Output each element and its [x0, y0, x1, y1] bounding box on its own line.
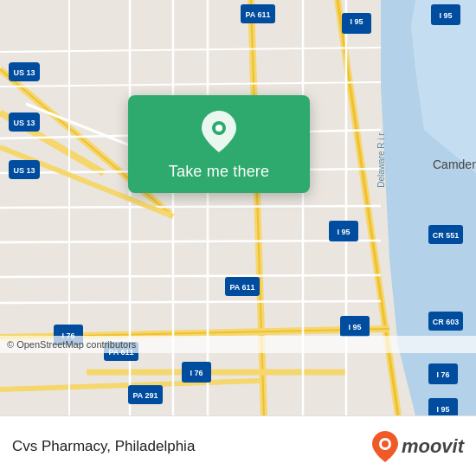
moovit-logo-text: moovit — [402, 435, 464, 458]
moovit-pin-icon — [372, 431, 398, 462]
svg-text:PA 611: PA 611 — [245, 10, 270, 19]
svg-point-67 — [215, 125, 222, 132]
svg-text:I 76: I 76 — [190, 369, 203, 377]
location-popup: Take me there — [128, 95, 310, 193]
osm-credit-text: © OpenStreetMap contributors — [7, 339, 136, 350]
map-container[interactable]: US 13 US 13 US 13 PA 611 PA 611 PA 611 I… — [0, 0, 476, 415]
svg-text:US 13: US 13 — [13, 119, 35, 127]
svg-text:I 95: I 95 — [436, 405, 449, 414]
svg-point-69 — [382, 441, 389, 447]
svg-text:I 95: I 95 — [350, 17, 363, 26]
svg-text:I 95: I 95 — [439, 11, 452, 20]
location-pin-icon — [202, 111, 236, 152]
moovit-logo: moovit — [372, 431, 464, 462]
svg-text:I 76: I 76 — [436, 370, 449, 379]
svg-text:Delaware R i r: Delaware R i r — [376, 132, 386, 188]
place-name: Cvs Pharmacy, Philadelphia — [12, 438, 372, 455]
svg-text:I 95: I 95 — [337, 228, 350, 236]
svg-text:US 13: US 13 — [13, 166, 35, 175]
svg-text:CR 551: CR 551 — [433, 231, 460, 240]
svg-text:PA 291: PA 291 — [132, 391, 158, 400]
osm-credit: © OpenStreetMap contributors — [0, 336, 476, 353]
map-svg: US 13 US 13 US 13 PA 611 PA 611 PA 611 I… — [0, 0, 476, 415]
svg-text:CR 603: CR 603 — [433, 318, 460, 326]
svg-text:Camden: Camden — [433, 158, 476, 171]
svg-text:PA 611: PA 611 — [229, 283, 254, 292]
svg-text:US 13: US 13 — [13, 68, 35, 77]
pin-icon-wrap — [196, 109, 241, 154]
take-me-there-button[interactable]: Take me there — [169, 163, 269, 181]
bottom-bar: Cvs Pharmacy, Philadelphia moovit — [0, 415, 476, 476]
svg-text:I 95: I 95 — [348, 323, 361, 331]
